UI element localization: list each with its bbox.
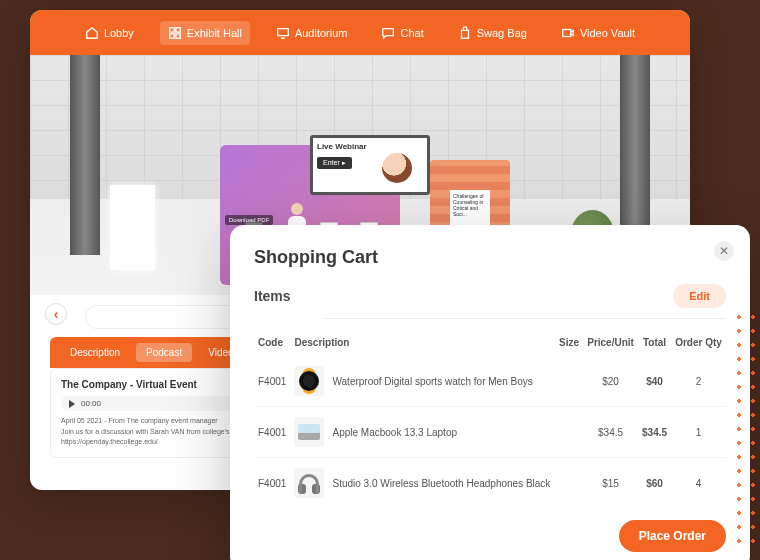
svg-rect-1 xyxy=(176,27,180,31)
col-description: Description xyxy=(290,329,555,356)
top-nav: Lobby Exhibit Hall Auditorium Chat Swag … xyxy=(30,10,690,55)
cell-qty[interactable]: 2 xyxy=(671,356,726,407)
cell-code: F4001 xyxy=(254,407,290,458)
cell-description: Waterproof Digital sports watch for Men … xyxy=(328,356,555,407)
product-thumbnail xyxy=(294,468,324,498)
tab-description[interactable]: Description xyxy=(60,343,130,362)
light-panel xyxy=(110,185,155,270)
nav-video-vault[interactable]: Video Vault xyxy=(553,21,643,45)
cart-table: Code Description Size Price/Unit Total O… xyxy=(254,329,726,508)
cell-qty[interactable]: 4 xyxy=(671,458,726,509)
svg-rect-0 xyxy=(170,27,174,31)
table-row: F4001Apple Macbook 13.3 Laptop$34.5$34.5… xyxy=(254,407,726,458)
svg-rect-5 xyxy=(563,29,571,36)
enter-webinar-button[interactable]: Enter ▸ xyxy=(317,157,352,169)
nav-auditorium[interactable]: Auditorium xyxy=(268,21,356,45)
place-order-button[interactable]: Place Order xyxy=(619,520,726,552)
audio-player[interactable]: 00:00 xyxy=(61,396,251,411)
pillar-decoration xyxy=(70,55,100,255)
chat-icon xyxy=(381,26,395,40)
col-code: Code xyxy=(254,329,290,356)
cell-price: $20 xyxy=(583,356,638,407)
cell-size xyxy=(555,407,583,458)
cell-price: $34.5 xyxy=(583,407,638,458)
grid-icon xyxy=(168,26,182,40)
nav-exhibit-hall[interactable]: Exhibit Hall xyxy=(160,21,250,45)
cell-code: F4001 xyxy=(254,458,290,509)
col-size: Size xyxy=(555,329,583,356)
close-icon[interactable]: ✕ xyxy=(714,241,734,261)
cell-qty[interactable]: 1 xyxy=(671,407,726,458)
bag-icon xyxy=(458,26,472,40)
cell-total: $34.5 xyxy=(638,407,671,458)
col-qty: Order Qty xyxy=(671,329,726,356)
audio-time: 00:00 xyxy=(81,399,101,408)
cell-size xyxy=(555,458,583,509)
nav-chat[interactable]: Chat xyxy=(373,21,431,45)
cell-description: Apple Macbook 13.3 Laptop xyxy=(328,407,555,458)
col-total: Total xyxy=(638,329,671,356)
nav-label: Exhibit Hall xyxy=(187,27,242,39)
back-button[interactable]: ‹ xyxy=(45,303,67,325)
nav-label: Auditorium xyxy=(295,27,348,39)
video-icon xyxy=(561,26,575,40)
monitor-icon xyxy=(276,26,290,40)
home-icon xyxy=(85,26,99,40)
product-thumbnail xyxy=(294,417,324,447)
svg-rect-4 xyxy=(278,28,289,35)
col-price: Price/Unit xyxy=(583,329,638,356)
items-heading: Items xyxy=(254,288,291,304)
nav-label: Video Vault xyxy=(580,27,635,39)
svg-rect-3 xyxy=(176,33,180,37)
nav-lobby[interactable]: Lobby xyxy=(77,21,142,45)
presenter-avatar xyxy=(382,153,412,183)
decorative-dots xyxy=(732,310,760,550)
cell-total: $60 xyxy=(638,458,671,509)
cell-total: $40 xyxy=(638,356,671,407)
cell-size xyxy=(555,356,583,407)
shopping-cart-modal: ✕ Shopping Cart Items Edit Code Descript… xyxy=(230,225,750,560)
webinar-screen[interactable]: Live Webinar Enter ▸ xyxy=(310,135,430,195)
nav-label: Lobby xyxy=(104,27,134,39)
cell-code: F4001 xyxy=(254,356,290,407)
svg-rect-2 xyxy=(170,33,174,37)
play-icon[interactable] xyxy=(69,400,75,408)
tab-podcast[interactable]: Podcast xyxy=(136,343,192,362)
webinar-label: Live Webinar xyxy=(317,142,423,151)
cell-description: Studio 3.0 Wireless Bluetooth Headphones… xyxy=(328,458,555,509)
nav-label: Swag Bag xyxy=(477,27,527,39)
download-pdf-tag[interactable]: Download PDF xyxy=(225,215,273,225)
cell-price: $15 xyxy=(583,458,638,509)
edit-button[interactable]: Edit xyxy=(673,284,726,308)
table-row: F4001Studio 3.0 Wireless Bluetooth Headp… xyxy=(254,458,726,509)
nav-label: Chat xyxy=(400,27,423,39)
product-thumbnail xyxy=(294,366,324,396)
cart-title: Shopping Cart xyxy=(254,247,726,268)
nav-swag-bag[interactable]: Swag Bag xyxy=(450,21,535,45)
table-row: F4001Waterproof Digital sports watch for… xyxy=(254,356,726,407)
